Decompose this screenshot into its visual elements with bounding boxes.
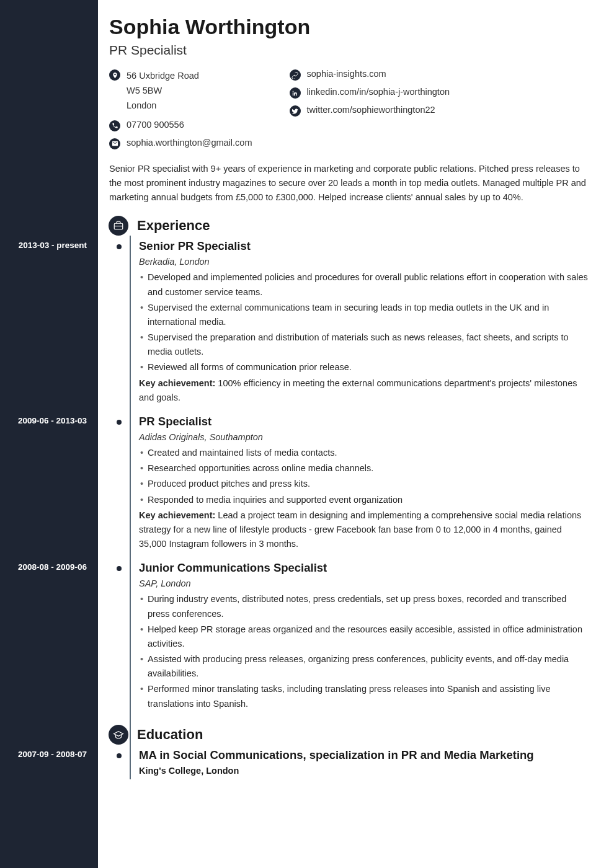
twitter: twitter.com/sophieworthington22 bbox=[290, 105, 450, 117]
person-name: Sophia Worthington bbox=[109, 15, 590, 39]
timeline-dot bbox=[117, 420, 122, 425]
phone-value: 07700 900556 bbox=[127, 120, 184, 130]
briefcase-icon bbox=[109, 216, 128, 236]
bullet: Performed minor translating tasks, inclu… bbox=[139, 682, 590, 711]
link-icon bbox=[290, 69, 301, 81]
date-label: 2009-06 - 2013-03 bbox=[0, 416, 93, 425]
bullet: Supervised the external communications t… bbox=[139, 301, 590, 329]
linkedin: linkedin.com/in/sophia-j-worthington bbox=[290, 87, 450, 99]
company: Adidas Originals, Southampton bbox=[139, 432, 590, 442]
address: 56 Uxbridge Road W5 5BW London bbox=[109, 69, 252, 113]
website-value: sophia-insights.com bbox=[307, 69, 386, 79]
bullet: Responded to media inquiries and support… bbox=[139, 493, 590, 507]
address-line2: W5 5BW bbox=[127, 84, 199, 99]
phone: 07700 900556 bbox=[109, 120, 252, 131]
experience-header: Experience bbox=[109, 216, 590, 236]
experience-entry: Junior Communications Specialist SAP, Lo… bbox=[109, 561, 590, 720]
email: sophia.worthington@gmail.com bbox=[109, 138, 252, 149]
achievement: Key achievement: Lead a project team in … bbox=[139, 508, 590, 552]
role-title: Junior Communications Specialist bbox=[139, 561, 590, 575]
bullet: During industry events, distributed note… bbox=[139, 592, 590, 621]
linkedin-icon bbox=[290, 87, 301, 99]
education-header: Education bbox=[109, 725, 590, 745]
address-line3: London bbox=[127, 99, 199, 113]
education-title: Education bbox=[137, 727, 203, 743]
experience-entry: Senior PR Specialist Berkadia, London De… bbox=[109, 239, 590, 412]
bullet: Supervised the preparation and distribut… bbox=[139, 330, 590, 359]
timeline-dot bbox=[117, 244, 122, 249]
job-title: PR Specialist bbox=[109, 43, 590, 58]
bullet: Researched opportunities across online m… bbox=[139, 461, 590, 476]
summary: Senior PR specialist with 9+ years of ex… bbox=[109, 162, 590, 205]
company: SAP, London bbox=[139, 578, 590, 588]
degree-title: MA in Social Communications, specializat… bbox=[139, 748, 590, 762]
timeline-dot bbox=[117, 753, 122, 758]
twitter-icon bbox=[290, 105, 301, 117]
education-entry: MA in Social Communications, specializat… bbox=[109, 748, 590, 779]
experience-title: Experience bbox=[137, 218, 210, 234]
linkedin-value: linkedin.com/in/sophia-j-worthington bbox=[307, 87, 450, 97]
experience-entry: PR Specialist Adidas Originals, Southamp… bbox=[109, 415, 590, 559]
school: King's College, London bbox=[139, 766, 590, 776]
role-title: Senior PR Specialist bbox=[139, 239, 590, 253]
website: sophia-insights.com bbox=[290, 69, 450, 81]
date-label: 2008-08 - 2009-06 bbox=[0, 562, 93, 572]
twitter-value: twitter.com/sophieworthington22 bbox=[307, 105, 435, 115]
phone-icon bbox=[109, 120, 120, 131]
address-line1: 56 Uxbridge Road bbox=[127, 69, 199, 84]
bullet: Created and maintained lists of media co… bbox=[139, 446, 590, 460]
company: Berkadia, London bbox=[139, 257, 590, 267]
date-label: 2007-09 - 2008-07 bbox=[0, 750, 93, 759]
bullet: Developed and implemented policies and p… bbox=[139, 270, 590, 299]
bullet: Assisted with producing press releases, … bbox=[139, 652, 590, 681]
contacts-block: 56 Uxbridge Road W5 5BW London 07700 900… bbox=[109, 69, 590, 149]
bullet: Helped keep PR storage areas organized a… bbox=[139, 622, 590, 651]
bullet: Reviewed all forms of communication prio… bbox=[139, 360, 590, 374]
achievement: Key achievement: 100% efficiency in meet… bbox=[139, 376, 590, 405]
timeline-dot bbox=[117, 566, 122, 571]
date-label: 2013-03 - present bbox=[0, 241, 93, 250]
email-value: sophia.worthington@gmail.com bbox=[127, 138, 252, 148]
role-title: PR Specialist bbox=[139, 415, 590, 428]
sidebar: 2013-03 - present2009-06 - 2013-032008-0… bbox=[0, 0, 98, 868]
graduation-icon bbox=[109, 725, 128, 745]
email-icon bbox=[109, 138, 120, 149]
pin-icon bbox=[109, 69, 120, 81]
bullet: Produced product pitches and press kits. bbox=[139, 477, 590, 491]
